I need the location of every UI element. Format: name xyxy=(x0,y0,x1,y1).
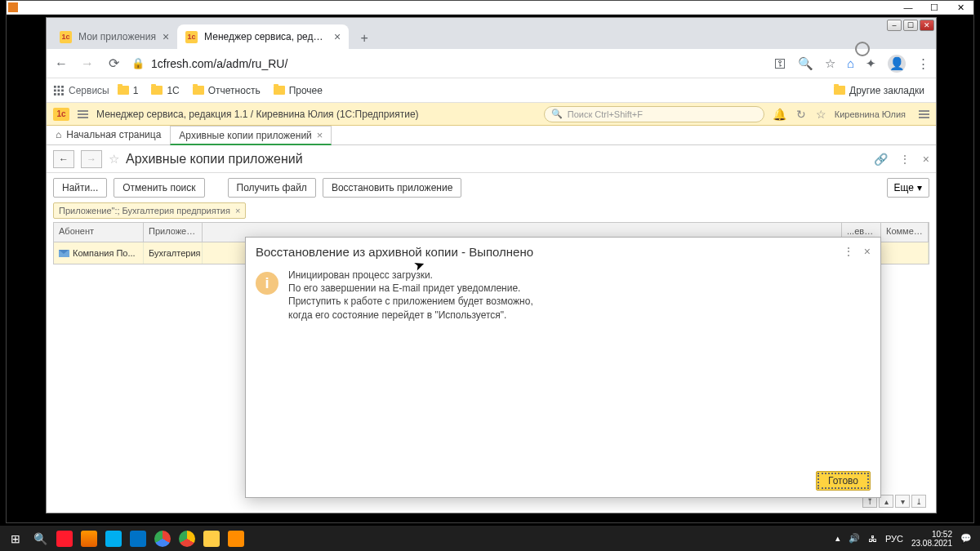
main-menu-button[interactable] xyxy=(78,110,88,118)
bookmark-folder-1[interactable]: 1С xyxy=(146,85,184,96)
nav-back-button[interactable]: ← xyxy=(53,150,74,168)
forward-button[interactable]: → xyxy=(79,56,96,72)
back-button[interactable]: ← xyxy=(53,56,69,72)
chrome-menu-icon[interactable]: ⋮ xyxy=(917,56,929,71)
browser-tab-1[interactable]: 1c Менеджер сервиса, редакция 1 × xyxy=(177,24,349,49)
get-file-button[interactable]: Получить файл xyxy=(228,178,316,198)
folder-icon xyxy=(274,86,285,95)
task-app-skype[interactable] xyxy=(101,526,126,551)
system-tray: ▴ 🔊 🖧 РУС 10:52 23.08.2021 💬 xyxy=(835,530,977,548)
th-abonent[interactable]: Абонент xyxy=(54,223,144,242)
apps-button[interactable]: Сервисы xyxy=(53,85,109,96)
bookmark-folder-2[interactable]: Отчетность xyxy=(188,85,265,96)
tray-network-icon[interactable]: 🖧 xyxy=(868,534,877,544)
tab-close-icon[interactable]: × xyxy=(334,30,341,43)
find-button[interactable]: Найти... xyxy=(53,178,107,198)
tray-clock[interactable]: 10:52 23.08.2021 xyxy=(911,530,952,548)
other-bookmarks[interactable]: Другие закладки xyxy=(829,85,929,96)
outer-minimize-button[interactable]: — xyxy=(895,1,921,15)
modal-line: По его завершении на E-mail придет уведо… xyxy=(288,282,533,295)
filter-chip[interactable]: Приложение":; Бухгалтерия предприятия × xyxy=(53,202,246,219)
global-search-input[interactable]: 🔍 Поиск Ctrl+Shift+F xyxy=(544,106,764,122)
task-app-media[interactable] xyxy=(224,526,248,551)
apps-label: Сервисы xyxy=(69,85,109,96)
outer-titlebar: — ☐ ✕ xyxy=(7,1,973,15)
link-icon[interactable]: 🔗 xyxy=(874,153,888,166)
home-icon[interactable]: ⌂ xyxy=(847,56,854,70)
zoom-icon[interactable]: 🔍 xyxy=(798,56,813,71)
favicon-icon: 1c xyxy=(60,31,72,43)
task-app-chrome[interactable] xyxy=(150,526,175,551)
browser-minimize-button[interactable]: – xyxy=(887,20,902,31)
browser-maximize-button[interactable]: ☐ xyxy=(903,20,918,31)
tray-up-icon[interactable]: ▴ xyxy=(835,533,840,544)
tray-lang[interactable]: РУС xyxy=(885,534,903,544)
tab-close-icon[interactable]: × xyxy=(317,129,323,141)
task-app-opera[interactable] xyxy=(52,526,77,551)
new-tab-button[interactable]: + xyxy=(354,28,375,49)
th-comment[interactable]: Коммент... xyxy=(881,223,929,242)
address-bar: ← → ⟳ 🔒 1cfresh.com/a/adm/ru_RU/ ⚿ 🔍 ☆ ⌂… xyxy=(47,49,936,78)
extensions-icon[interactable]: ✦ xyxy=(866,56,876,71)
done-button[interactable]: Готово xyxy=(816,471,871,491)
modal-footer: Готово xyxy=(246,464,880,497)
key-icon[interactable]: ⚿ xyxy=(774,56,786,70)
url-zone[interactable]: 🔒 1cfresh.com/a/adm/ru_RU/ xyxy=(131,57,764,70)
profile-indicator-icon[interactable] xyxy=(855,42,870,56)
chip-close-icon[interactable]: × xyxy=(235,206,240,216)
tab-archive-copies[interactable]: Архивные копии приложений × xyxy=(170,126,332,145)
page-close-icon[interactable]: × xyxy=(923,153,929,166)
modal-body: i Инициирован процесс загрузки. По его з… xyxy=(246,265,880,464)
browser-close-button[interactable]: ✕ xyxy=(920,20,934,31)
task-app-chrome2[interactable] xyxy=(175,526,199,551)
task-app-outlook[interactable] xyxy=(126,526,150,551)
apps-grid-icon xyxy=(53,85,65,96)
outer-close-button[interactable]: ✕ xyxy=(947,1,973,15)
more-button[interactable]: Еще▾ xyxy=(887,178,929,198)
nav-forward-button[interactable]: → xyxy=(81,150,102,168)
th-app[interactable]: Приложение xyxy=(144,223,203,242)
tray-notifications-icon[interactable]: 💬 xyxy=(960,533,972,544)
bookmark-label: 1 xyxy=(133,85,139,96)
bell-icon[interactable]: 🔔 xyxy=(773,108,786,121)
modal-menu-icon[interactable]: ⋮ xyxy=(843,245,854,258)
reload-button[interactable]: ⟳ xyxy=(105,56,122,72)
windows-taskbar: ⊞ 🔍 ▴ 🔊 🖧 РУС 10:52 23.08.2021 💬 xyxy=(0,526,980,551)
c1-user-label[interactable]: Киревнина Юлия xyxy=(835,109,906,119)
pager-last-button[interactable]: ⤓ xyxy=(911,495,926,508)
task-app-explorer[interactable] xyxy=(199,526,224,551)
start-button[interactable]: ⊞ xyxy=(3,526,28,551)
tab-close-icon[interactable]: × xyxy=(163,30,169,43)
search-button[interactable]: 🔍 xyxy=(28,526,52,551)
browser-tab-0[interactable]: 1c Мои приложения × xyxy=(51,24,177,49)
app-icon xyxy=(8,2,18,12)
bookmark-folder-0[interactable]: 1 xyxy=(113,85,144,96)
td-abonent: Компания По... xyxy=(54,242,144,264)
restore-app-button[interactable]: Восстановить приложение xyxy=(323,178,461,198)
profile-avatar[interactable]: 👤 xyxy=(888,55,906,73)
tray-sound-icon[interactable]: 🔊 xyxy=(849,533,860,544)
bookmark-star-icon[interactable]: ☆ xyxy=(825,56,835,71)
settings-menu-button[interactable] xyxy=(919,110,929,118)
history-icon[interactable]: ↻ xyxy=(796,108,806,121)
tab-label: Архивные копии приложений xyxy=(179,130,311,141)
tab-home[interactable]: ⌂ Начальная страница xyxy=(47,125,170,144)
pager-down-button[interactable]: ▾ xyxy=(895,495,910,508)
tab-label: Мои приложения xyxy=(78,31,156,42)
modal-close-icon[interactable]: × xyxy=(864,245,871,258)
bookmarks-bar: Сервисы 1 1С Отчетность Прочее Другие за… xyxy=(47,78,936,103)
outer-maximize-button[interactable]: ☐ xyxy=(921,1,947,15)
url-text: 1cfresh.com/a/adm/ru_RU/ xyxy=(151,57,287,70)
cancel-search-button[interactable]: Отменить поиск xyxy=(114,178,204,198)
folder-icon xyxy=(834,86,845,95)
favorite-icon[interactable]: ☆ xyxy=(816,108,826,121)
bookmark-label: Прочее xyxy=(289,85,323,96)
page-menu-icon[interactable]: ⋮ xyxy=(899,153,911,166)
td-comment xyxy=(881,242,929,264)
page-favorite-icon[interactable]: ☆ xyxy=(109,152,119,167)
bookmark-folder-3[interactable]: Прочее xyxy=(269,85,327,96)
task-app-firefox[interactable] xyxy=(77,526,101,551)
toolbar: Найти... Отменить поиск Получить файл Во… xyxy=(47,173,936,202)
browser-tabstrip: 1c Мои приложения × 1c Менеджер сервиса,… xyxy=(47,18,936,49)
c1-logo-icon: 1c xyxy=(53,108,69,121)
